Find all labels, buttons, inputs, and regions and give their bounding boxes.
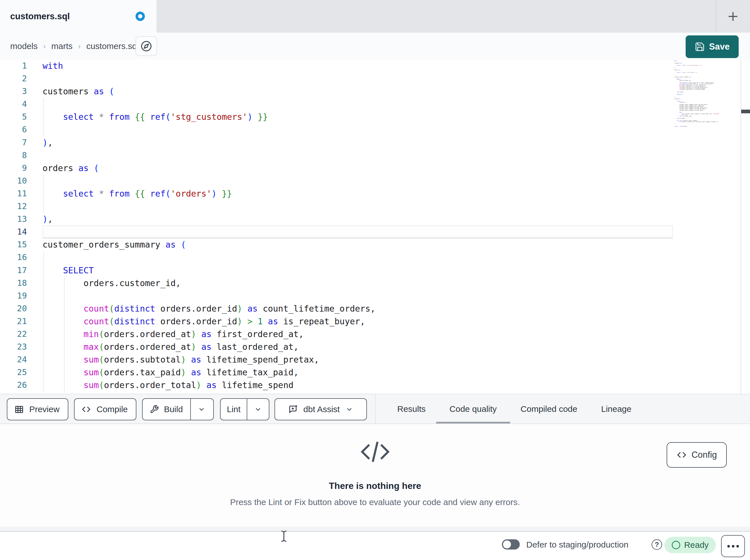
breadcrumb-separator: ›	[43, 42, 46, 50]
empty-state-title: There is nothing here	[329, 481, 421, 491]
code-line[interactable]: select * from {{ ref('orders') }}	[42, 187, 375, 200]
code-line[interactable]: count(distinct orders.order_id) > 1 as i…	[42, 315, 375, 328]
more-options-button[interactable]	[721, 535, 745, 557]
breadcrumb-item[interactable]: marts	[51, 41, 73, 51]
preview-button[interactable]: Preview	[7, 398, 68, 420]
ibeam-cursor-icon	[280, 530, 288, 542]
code-line[interactable]: ​	[42, 200, 375, 213]
status-badge: Ready	[664, 537, 716, 553]
panel-tab-results[interactable]: Results	[397, 394, 426, 423]
explore-compass-button[interactable]	[136, 36, 157, 56]
code-line[interactable]: ​	[42, 226, 375, 238]
line-number: 21	[0, 315, 27, 328]
code-line[interactable]: sum(orders.subtotal) as lifetime_spend_p…	[42, 353, 375, 366]
save-button[interactable]: Save	[686, 36, 739, 58]
code-line[interactable]: customer_orders_summary as (	[42, 238, 375, 251]
line-number: 23	[0, 340, 27, 353]
code-line[interactable]: with	[42, 60, 375, 72]
panel-tab-compiled-code[interactable]: Compiled code	[520, 394, 577, 423]
ready-label: Ready	[684, 540, 709, 550]
code-line[interactable]: ),	[42, 213, 375, 226]
code-line[interactable]: ​	[42, 123, 375, 136]
preview-label: Preview	[28, 405, 61, 414]
ready-circle-icon	[672, 541, 680, 549]
lint-dropdown-button[interactable]	[247, 399, 269, 420]
line-number: 19	[0, 290, 27, 302]
minimap[interactable]: with​customers as (​ select * from {{ re…	[674, 60, 739, 179]
empty-state-subtitle: Press the Lint or Fix button above to ev…	[230, 497, 520, 507]
breadcrumb-separator: ›	[78, 42, 81, 50]
config-button[interactable]: Config	[667, 442, 727, 468]
defer-toggle[interactable]	[502, 539, 520, 549]
scrollbar-marker[interactable]	[741, 110, 750, 113]
code-line[interactable]: ​	[42, 98, 375, 110]
line-number: 16	[0, 251, 27, 264]
line-number: 8	[0, 149, 27, 162]
code-icon	[81, 405, 91, 414]
compile-button[interactable]: Compile	[74, 398, 136, 420]
line-number: 1	[0, 60, 27, 72]
chevron-down-icon	[254, 405, 262, 413]
help-icon[interactable]: ?	[652, 539, 662, 550]
line-number: 7	[0, 136, 27, 149]
lint-button[interactable]: Lint	[221, 399, 247, 420]
line-number: 18	[0, 277, 27, 290]
code-line[interactable]: min(orders.ordered_at) as first_ordered_…	[42, 328, 375, 340]
plus-icon	[727, 10, 739, 23]
code-line[interactable]: ​	[42, 72, 375, 85]
compass-icon	[141, 41, 152, 52]
code-line[interactable]: orders.customer_id,	[42, 277, 375, 290]
editor-tabbar: customers.sql	[0, 0, 750, 33]
code-line[interactable]: ​	[42, 174, 375, 187]
dbt-assist-button[interactable]: dbt Assist	[275, 398, 367, 420]
code-line[interactable]: orders as (	[42, 162, 375, 174]
toggle-knob	[503, 540, 511, 548]
minimap-content: with​customers as (​ select * from {{ re…	[674, 60, 739, 127]
compile-label: Compile	[95, 405, 129, 414]
code-content[interactable]: with​customers as (​ select * from {{ re…	[42, 60, 375, 392]
config-label: Config	[692, 450, 717, 460]
code-line[interactable]: count(distinct orders.order_id) as count…	[42, 302, 375, 315]
code-line[interactable]: ​	[42, 149, 375, 162]
dbt-assist-label: dbt Assist	[302, 405, 341, 414]
line-number: 17	[0, 264, 27, 277]
line-number: 6	[0, 123, 27, 136]
code-line[interactable]: ​	[42, 290, 375, 302]
code-line[interactable]: max(orders.ordered_at) as last_ordered_a…	[42, 340, 375, 353]
line-number: 12	[0, 200, 27, 213]
line-number: 9	[0, 162, 27, 174]
new-tab-button[interactable]	[725, 8, 741, 25]
line-number: 10	[0, 174, 27, 187]
chevron-down-icon	[346, 405, 353, 413]
build-dropdown-button[interactable]	[190, 399, 212, 420]
line-number: 24	[0, 353, 27, 366]
breadcrumb-item[interactable]: customers.sql	[86, 41, 139, 51]
panel-tab-code-quality[interactable]: Code quality	[450, 394, 497, 423]
line-number: 22	[0, 328, 27, 340]
action-bar: Preview Compile Build Lint dbt	[0, 394, 750, 424]
code-line[interactable]: ),	[42, 136, 375, 149]
code-quality-panel: There is nothing here Press the Lint or …	[0, 424, 750, 527]
breadcrumb-item[interactable]: models	[10, 41, 38, 51]
code-line[interactable]: customers as (	[42, 85, 375, 98]
line-number-gutter: 1234567891011121314151617181920212223242…	[0, 60, 27, 392]
panel-tab-lineage[interactable]: Lineage	[601, 394, 631, 423]
file-tab-customers-sql[interactable]: customers.sql	[0, 0, 157, 33]
unsaved-changes-dot-icon	[136, 12, 145, 21]
code-line[interactable]: select * from {{ ref('stg_customers') }}	[42, 110, 375, 123]
line-number: 20	[0, 302, 27, 315]
build-label: Build	[163, 405, 184, 414]
build-button[interactable]: Build	[143, 399, 190, 420]
line-number: 13	[0, 213, 27, 226]
code-line[interactable]: sum(orders.order_total) as lifetime_spen…	[42, 379, 375, 392]
line-number: 5	[0, 110, 27, 123]
panel-bottom-strip	[0, 527, 750, 532]
code-line[interactable]: SELECT	[42, 264, 375, 277]
code-editor[interactable]: 1234567891011121314151617181920212223242…	[0, 60, 750, 394]
code-line[interactable]: ​	[42, 251, 375, 264]
code-icon	[676, 450, 687, 460]
ide-window: customers.sql models›marts›customers.sql…	[0, 0, 750, 560]
lint-label: Lint	[226, 405, 242, 414]
code-line[interactable]: sum(orders.tax_paid) as lifetime_tax_pai…	[42, 366, 375, 379]
lint-split-button: Lint	[220, 398, 269, 420]
